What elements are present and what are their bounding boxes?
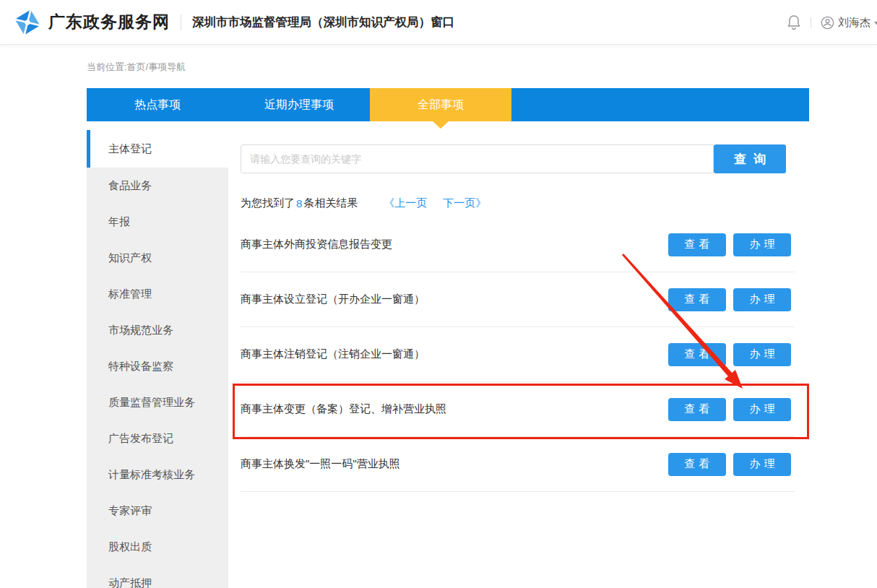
view-button[interactable]: 查看 <box>668 453 726 476</box>
sidebar-item-equity-pledge[interactable]: 股权出质 <box>87 529 228 565</box>
service-title: 商事主体外商投资信息报告变更 <box>241 238 392 251</box>
service-row: 商事主体外商投资信息报告变更 查看 办理 <box>241 217 795 272</box>
apply-button[interactable]: 办理 <box>733 288 791 311</box>
apply-button[interactable]: 办理 <box>733 398 791 421</box>
main-content: 查询 为您找到了8条相关结果 《上一页 下一页》 商事主体外商投资信息报告变更 … <box>241 144 809 492</box>
sidebar-item-expert-review[interactable]: 专家评审 <box>87 493 228 529</box>
service-row-highlighted: 商事主体变更（备案）登记、增补营业执照 查看 办理 <box>241 382 795 437</box>
tab-hot-items[interactable]: 热点事项 <box>87 88 228 121</box>
apply-button[interactable]: 办理 <box>733 343 791 366</box>
service-title: 商事主体换发"一照一码"营业执照 <box>241 457 400 471</box>
header-right-tools: 刘海杰 <box>787 0 877 45</box>
sidebar-item-food-business[interactable]: 食品业务 <box>87 168 228 204</box>
view-button[interactable]: 查看 <box>668 288 726 311</box>
bureau-window-title: 深圳市市场监督管理局（深圳市知识产权局）窗口 <box>192 14 454 30</box>
sidebar-item-metrology-assessment[interactable]: 计量标准考核业务 <box>87 457 228 493</box>
notification-bell-icon[interactable] <box>787 14 801 30</box>
apply-button[interactable]: 办理 <box>733 453 791 476</box>
service-title: 商事主体注销登记（注销企业一窗通） <box>241 347 425 361</box>
tab-all-items[interactable]: 全部事项 <box>370 88 511 121</box>
row-actions: 查看 办理 <box>668 343 795 366</box>
site-brand-title: 广东政务服务网 <box>48 11 170 33</box>
breadcrumb: 当前位置:首页/事项导航 <box>87 61 186 74</box>
user-name: 刘海杰 <box>838 16 870 30</box>
row-actions: 查看 办理 <box>668 233 795 256</box>
user-menu[interactable]: 刘海杰 <box>821 16 877 30</box>
service-title: 商事主体设立登记（开办企业一窗通） <box>241 293 425 306</box>
sidebar-item-standard-management[interactable]: 标准管理 <box>87 276 228 312</box>
view-button[interactable]: 查看 <box>668 233 726 256</box>
user-avatar-icon <box>821 16 834 30</box>
category-tabbar: 热点事项 近期办理事项 全部事项 <box>87 88 809 121</box>
pinwheel-logo-icon <box>13 8 42 37</box>
sidebar-item-subject-registration[interactable]: 主体登记 <box>87 130 228 168</box>
sidebar-item-quality-supervision[interactable]: 质量监督管理业务 <box>87 384 228 420</box>
category-sidebar: 主体登记 食品业务 年报 知识产权 标准管理 市场规范业务 特种设备监察 质量监… <box>87 130 228 588</box>
sidebar-item-special-equipment[interactable]: 特种设备监察 <box>87 348 228 384</box>
tab-recent-items[interactable]: 近期办理事项 <box>228 88 370 121</box>
sidebar-item-annual-report[interactable]: 年报 <box>87 204 228 240</box>
service-row: 商事主体注销登记（注销企业一窗通） 查看 办理 <box>241 327 795 382</box>
next-page-link[interactable]: 下一页》 <box>443 196 486 210</box>
service-row: 商事主体换发"一照一码"营业执照 查看 办理 <box>241 437 795 492</box>
results-summary: 为您找到了8条相关结果 《上一页 下一页》 <box>241 196 809 210</box>
sidebar-item-intellectual-property[interactable]: 知识产权 <box>87 240 228 276</box>
service-title: 商事主体变更（备案）登记、增补营业执照 <box>241 402 446 416</box>
results-prefix: 为您找到了 <box>241 196 295 210</box>
row-actions: 查看 办理 <box>668 453 795 476</box>
sidebar-item-ad-registration[interactable]: 广告发布登记 <box>87 420 228 457</box>
header-right-divider <box>811 17 811 28</box>
prev-page-link[interactable]: 《上一页 <box>384 196 427 210</box>
row-actions: 查看 办理 <box>668 288 795 311</box>
service-row: 商事主体设立登记（开办企业一窗通） 查看 办理 <box>241 272 795 327</box>
results-suffix: 条相关结果 <box>303 196 358 210</box>
sidebar-item-chattel-mortgage[interactable]: 动产抵押 <box>87 565 228 588</box>
header-divider <box>181 14 181 30</box>
search-button[interactable]: 查询 <box>714 144 786 173</box>
service-list: 商事主体外商投资信息报告变更 查看 办理 商事主体设立登记（开办企业一窗通） 查… <box>241 217 795 492</box>
apply-button[interactable]: 办理 <box>733 233 791 256</box>
search-bar: 查询 <box>241 144 809 173</box>
chevron-down-icon <box>874 22 877 26</box>
results-count: 8 <box>296 197 302 209</box>
view-button[interactable]: 查看 <box>668 343 726 366</box>
sidebar-item-market-regulation[interactable]: 市场规范业务 <box>87 312 228 348</box>
row-actions: 查看 办理 <box>668 398 795 421</box>
page: 广东政务服务网 深圳市市场监督管理局（深圳市知识产权局）窗口 刘海杰 当前位置:… <box>0 0 877 588</box>
top-header: 广东政务服务网 深圳市市场监督管理局（深圳市知识产权局）窗口 刘海杰 <box>0 0 877 45</box>
view-button[interactable]: 查看 <box>668 398 726 421</box>
search-input[interactable] <box>241 144 714 173</box>
